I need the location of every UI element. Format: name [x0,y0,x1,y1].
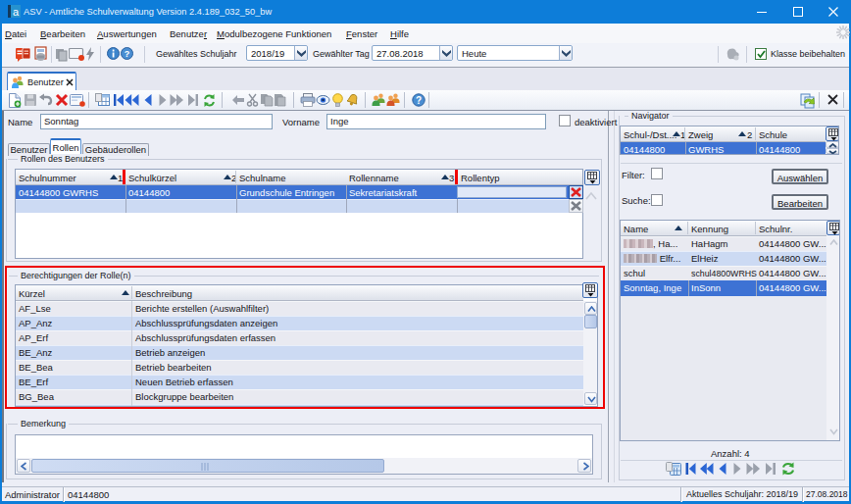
svg-text:a: a [13,6,20,18]
svg-text:?: ? [416,95,422,106]
svg-text:?: ? [125,49,130,59]
